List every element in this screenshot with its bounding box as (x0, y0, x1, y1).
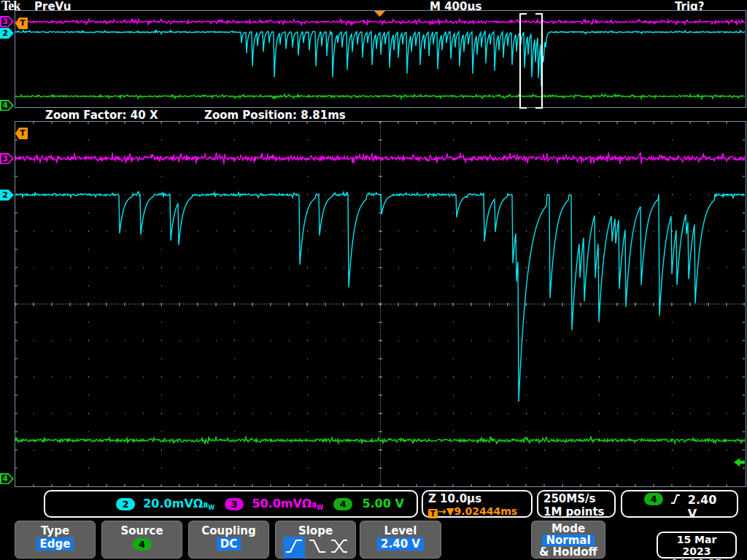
trigger-position-readout: T→▼9.02444ms (428, 505, 526, 518)
record-view-waveforms (15, 11, 745, 107)
ch2-marker-main[interactable]: 2 (0, 190, 14, 201)
date-label: 15 Mar 2023 (662, 534, 731, 557)
menu-mode-button[interactable]: Mode Normal & Holdoff (531, 521, 605, 559)
zoom-timebase-readout[interactable]: Z 10.0µs T→▼9.02444ms (422, 490, 533, 518)
zoom-waveforms (15, 122, 745, 486)
ch3-marker-overview[interactable]: 3 (0, 16, 14, 27)
record-view-panel[interactable] (15, 10, 746, 108)
zoom-scale: Z 10.0µs (428, 492, 526, 505)
ch3-trace-overview (15, 19, 745, 25)
trigger-source-badge: 4 (644, 493, 663, 505)
zoom-position-label: Zoom Position: 8.81ms (204, 109, 346, 122)
ch3-readout[interactable]: 3 50.0mVΩBW (225, 497, 323, 511)
ch2-readout[interactable]: 2 20.0mVΩBW (116, 497, 214, 511)
oscilloscope-screen: { "header": { "logo": "Tek", "acq_status… (0, 0, 747, 560)
ch4-trace-overview (15, 94, 745, 98)
rising-edge-icon[interactable] (283, 537, 305, 559)
zoom-waveform-panel[interactable] (15, 121, 746, 487)
record-length: 1M points (543, 505, 609, 518)
level-value: 2.40 V (377, 537, 424, 551)
time-label: 14:16:05 (662, 557, 731, 560)
mode-value: Normal (542, 534, 594, 546)
ch2-marker-overview[interactable]: 2 (0, 28, 14, 39)
sample-rate: 250MS/s (543, 492, 609, 505)
menu-coupling-button[interactable]: Coupling DC (188, 521, 269, 559)
zoom-factor-label: Zoom Factor: 40 X (45, 109, 158, 122)
ch4-marker-main[interactable]: 4 (0, 473, 14, 484)
falling-edge-icon[interactable] (308, 537, 327, 558)
either-edge-icon[interactable] (330, 537, 349, 558)
ch4-badge: 4 (333, 498, 352, 510)
zoom-bracket-left[interactable] (519, 13, 527, 109)
zoom-bracket-right[interactable] (535, 13, 543, 109)
source-channel-badge: 4 (133, 538, 152, 551)
graticule (15, 122, 745, 486)
trigger-t-icon: T (428, 509, 438, 518)
ch3-marker-main[interactable]: 3 (0, 153, 14, 164)
channel-scale-readouts[interactable]: 2 20.0mVΩBW 3 50.0mVΩBW 4 5.00 V BW (44, 490, 418, 518)
datetime-box: 15 Mar 2023 14:16:05 (657, 532, 737, 559)
acquisition-readout[interactable]: 250MS/s 1M points (537, 490, 616, 518)
ch4-marker-overview[interactable]: 4 (0, 100, 14, 111)
type-value: Edge (36, 537, 74, 551)
menu-type-button[interactable]: Type Edge (15, 521, 96, 559)
ch3-bandwidth-icon: BW (311, 502, 323, 509)
menu-source-button[interactable]: Source 4 (101, 521, 182, 559)
ch4-readout[interactable]: 4 5.00 V BW (333, 497, 433, 511)
ch2-badge: 2 (116, 498, 135, 510)
menu-slope-button[interactable]: Slope (275, 521, 356, 559)
coupling-value: DC (217, 537, 241, 551)
menu-level-button[interactable]: Level 2.40 V (360, 521, 441, 559)
ch2-trace-overview (15, 30, 745, 86)
trigger-level-value: 2.40 V (688, 493, 729, 521)
trigger-slope-icon (670, 493, 681, 505)
trigger-readout[interactable]: 4 2.40 V (621, 490, 738, 518)
ch3-badge: 3 (225, 498, 244, 510)
mode-holdoff-label: & Holdoff (532, 546, 605, 558)
ch2-bandwidth-icon: BW (203, 502, 214, 509)
